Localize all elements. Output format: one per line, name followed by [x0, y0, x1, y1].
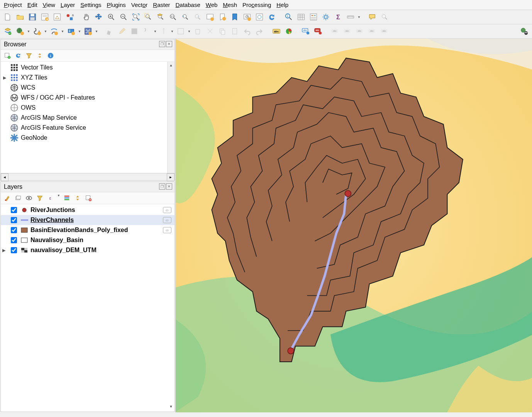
move-feature-dropdown[interactable]: ▼: [171, 30, 174, 33]
zoom-to-layer-icon[interactable]: [155, 12, 166, 22]
label-properties-icon[interactable]: abc: [379, 26, 390, 37]
field-calculator-icon[interactable]: [308, 12, 319, 22]
filter-expression-icon[interactable]: ε: [46, 194, 55, 202]
open-data-source-manager-icon[interactable]: +: [2, 26, 13, 37]
style-manager-icon[interactable]: a: [64, 12, 75, 22]
refresh-icon[interactable]: [266, 12, 277, 22]
browser-item-arcgis-feature-service[interactable]: ArcGIS Feature Service: [1, 123, 167, 133]
properties-widget-icon[interactable]: i: [46, 51, 55, 60]
new-virtual-layer-icon[interactable]: [66, 26, 76, 37]
zoom-native-icon[interactable]: 1:1: [168, 12, 178, 22]
browser-undock-icon[interactable]: ❐: [159, 41, 165, 47]
browser-item-arcgis-map-service[interactable]: ArcGIS Map Service: [1, 113, 167, 123]
layout-manager-icon[interactable]: [52, 12, 63, 22]
change-label-icon[interactable]: abc: [367, 26, 378, 37]
highlight-pinned-labels-icon[interactable]: abc: [300, 26, 311, 37]
open-project-icon[interactable]: [15, 12, 25, 22]
manage-visibility-icon[interactable]: [25, 194, 33, 202]
pan-icon[interactable]: [81, 12, 92, 22]
menu-processing[interactable]: Processing: [242, 2, 271, 8]
processing-toolbox-icon[interactable]: [320, 12, 331, 22]
map-canvas[interactable]: [176, 39, 532, 412]
add-layer-icon[interactable]: +: [3, 51, 12, 60]
layer-nauvalisoy_dem_utm[interactable]: ▶nauvalisoy_DEM_UTM: [1, 245, 175, 255]
browser-item-xyz-tiles[interactable]: ▶XYZ Tiles: [1, 73, 167, 83]
menu-help[interactable]: Help: [276, 2, 288, 8]
layer-nauvalisoy_basin[interactable]: Nauvalisoy_Basin: [1, 235, 175, 245]
pan-to-selection-icon[interactable]: [93, 12, 104, 22]
menu-edit[interactable]: Edit: [27, 2, 37, 8]
zoom-to-selection-icon[interactable]: [143, 12, 154, 22]
diagram-icon[interactable]: [283, 26, 294, 37]
layer-visibility-checkbox[interactable]: [11, 207, 17, 213]
new-print-layout-icon[interactable]: ★: [39, 12, 50, 22]
layer-visibility-checkbox[interactable]: [11, 227, 17, 233]
zoom-in-icon[interactable]: [106, 12, 117, 22]
cut-features-icon[interactable]: [205, 26, 215, 37]
browser-item-vector-tiles[interactable]: Vector Tiles: [1, 63, 167, 73]
show-bookmarks-icon[interactable]: [229, 12, 240, 22]
layer-styling-icon[interactable]: [3, 194, 12, 202]
move-label-icon[interactable]: abc: [342, 26, 353, 37]
refresh-browser-icon[interactable]: [14, 51, 22, 60]
new-geopackage-icon[interactable]: [15, 26, 25, 37]
new-spatial-bookmark-icon[interactable]: [254, 12, 265, 22]
layer-riverchannels[interactable]: RiverChannels▭: [1, 215, 175, 225]
mesh-layer-dropdown[interactable]: ▼: [95, 30, 98, 33]
filter-legend-icon[interactable]: [36, 194, 44, 202]
add-feature-dropdown[interactable]: ▼: [154, 30, 157, 33]
zoom-last-icon[interactable]: [180, 12, 191, 22]
layer-visibility-checkbox[interactable]: [11, 217, 17, 223]
toggle-editing-icon[interactable]: [117, 26, 127, 37]
zoom-full-icon[interactable]: [130, 12, 141, 22]
no-action-icon[interactable]: [519, 26, 530, 37]
temp-layer-dropdown[interactable]: ▼: [61, 30, 64, 33]
menu-view[interactable]: View: [43, 2, 55, 8]
new-shapefile-icon[interactable]: [32, 26, 42, 37]
browser-tree[interactable]: Vector Tiles▶XYZ TilesWCSVWFS / OGC API …: [1, 62, 167, 173]
undo-icon[interactable]: [242, 26, 252, 37]
menu-project[interactable]: Project: [4, 2, 22, 8]
menu-web[interactable]: Web: [206, 2, 218, 8]
statistics-icon[interactable]: Σ: [333, 12, 344, 22]
browser-item-wfs-ogc-api-features[interactable]: VWFS / OGC API - Features: [1, 93, 167, 103]
menu-layer[interactable]: Layer: [61, 2, 75, 8]
virtual-layer-dropdown[interactable]: ▼: [78, 30, 81, 33]
new-mesh-layer-icon[interactable]: [83, 26, 93, 37]
measure-icon[interactable]: [345, 12, 356, 22]
browser-vscroll[interactable]: ▲▼: [167, 62, 175, 173]
layers-undock-icon[interactable]: ❐: [159, 183, 165, 190]
browser-hscroll[interactable]: ◄►: [1, 173, 175, 180]
filter-browser-icon[interactable]: [25, 51, 33, 60]
layer-visibility-checkbox[interactable]: [11, 247, 17, 253]
vertex-tool-icon[interactable]: [175, 26, 186, 37]
menu-raster[interactable]: Raster: [153, 2, 170, 8]
expand-all-icon[interactable]: [63, 194, 71, 202]
add-group-icon[interactable]: [14, 194, 22, 202]
redo-icon[interactable]: [254, 26, 265, 37]
browser-item-geonode[interactable]: GeoNode: [1, 133, 167, 143]
layer-riverjunctions[interactable]: RiverJunctions▭: [1, 205, 175, 215]
collapse-all-layers-icon[interactable]: [73, 194, 82, 202]
menu-mesh[interactable]: Mesh: [223, 2, 237, 8]
map-tips-icon[interactable]: [367, 12, 378, 22]
rotate-label-icon[interactable]: abc: [354, 26, 365, 37]
browser-close-icon[interactable]: ✕: [166, 41, 172, 47]
menu-vector[interactable]: Vector: [131, 2, 148, 8]
zoom-next-icon[interactable]: [192, 12, 203, 22]
label-toolbar-abc-icon[interactable]: abc: [271, 26, 282, 37]
add-feature-icon[interactable]: [141, 26, 152, 37]
new-bookmark-icon[interactable]: [217, 12, 228, 22]
collapse-all-icon[interactable]: [36, 51, 44, 60]
paste-features-icon[interactable]: [229, 26, 240, 37]
save-project-icon[interactable]: [27, 12, 38, 22]
geopackage-dropdown[interactable]: ▼: [27, 30, 30, 33]
menu-settings[interactable]: Settings: [80, 2, 101, 8]
shapefile-dropdown[interactable]: ▼: [44, 30, 47, 33]
delete-selected-icon[interactable]: [192, 26, 203, 37]
save-edits-icon[interactable]: [129, 26, 140, 37]
layer-basinelevationbands_poly_fixed[interactable]: BasinElevationBands_Poly_fixed▭: [1, 225, 175, 235]
measure-dropdown[interactable]: ▼: [357, 15, 361, 19]
new-project-icon[interactable]: [2, 12, 13, 22]
zoom-out-icon[interactable]: [118, 12, 129, 22]
